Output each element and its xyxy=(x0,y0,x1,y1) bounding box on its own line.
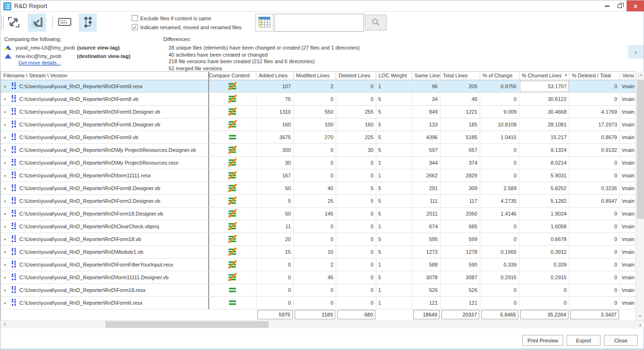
table-row[interactable]: ▸C:\Users\yuval\yuval_RnD_Reporter\RnD\f… xyxy=(1,169,636,182)
table-row[interactable]: ▸C:\Users\yuval\yuval_RnD_Reporter\RnD\F… xyxy=(1,118,636,131)
table-row[interactable]: ▸C:\Users\yuval\yuval_RnD_Reporter\RnD\F… xyxy=(1,93,636,106)
restore-button[interactable] xyxy=(613,0,626,11)
exclude-same-checkbox[interactable] xyxy=(132,15,138,21)
legend-button[interactable] xyxy=(56,14,74,32)
row-expander-icon[interactable]: ▸ xyxy=(4,122,8,127)
cell-filename[interactable]: ▸C:\Users\yuval\yuval_RnD_Reporter\RnD\C… xyxy=(1,220,209,233)
table-row[interactable]: ▸C:\Users\yuval\yuval_RnD_Reporter\RnD\F… xyxy=(1,106,636,118)
search-input[interactable] xyxy=(274,14,364,32)
cell-filename[interactable]: ▸C:\Users\yuval\yuval_RnD_Reporter\RnD\F… xyxy=(1,297,209,309)
get-more-details-link[interactable]: Get more details... xyxy=(18,60,61,66)
cell-compare[interactable] xyxy=(209,144,256,156)
close-dialog-button[interactable]: Close xyxy=(604,335,638,346)
column-chooser-button[interactable] xyxy=(255,14,273,32)
table-row[interactable]: ▸C:\Users\yuval\yuval_RnD_Reporter\RnD\F… xyxy=(1,233,636,246)
vertical-scrollbar-thumb[interactable] xyxy=(637,80,644,219)
close-button[interactable]: x xyxy=(627,0,644,11)
cell-compare[interactable] xyxy=(209,182,256,194)
cell-compare[interactable] xyxy=(209,93,256,105)
column-header-modified[interactable]: Modified Lines xyxy=(294,72,336,80)
cell-filename[interactable]: ▸C:\Users\yuval\yuval_RnD_Reporter\RnD\F… xyxy=(1,80,209,92)
exclude-same-option[interactable]: Exclude files if content is same xyxy=(132,14,242,22)
cell-compare[interactable] xyxy=(209,258,256,271)
column-header-churned[interactable]: % Churned Lines▼ xyxy=(519,72,569,80)
horizontal-scrollbar[interactable]: › › xyxy=(0,320,644,328)
column-header-total[interactable]: Total Lines xyxy=(441,72,480,80)
cell-filename[interactable]: ▸C:\Users\yuval\yuval_RnD_Reporter\RnD\F… xyxy=(1,131,209,143)
cell-filename[interactable]: ▸C:\Users\yuval\yuval_RnD_Reporter\RnD\M… xyxy=(1,144,209,156)
cell-filename[interactable]: ▸C:\Users\yuval\yuval_RnD_Reporter\RnD\F… xyxy=(1,182,209,194)
row-expander-icon[interactable]: ▸ xyxy=(4,300,8,305)
row-expander-icon[interactable]: ▸ xyxy=(4,135,8,140)
column-header-loc[interactable]: LOC Weight xyxy=(376,72,412,80)
cell-filename[interactable]: ▸C:\Users\yuval\yuval_RnD_Reporter\RnD\F… xyxy=(1,233,209,245)
table-row[interactable]: ▸C:\Users\yuval\yuval_RnD_Reporter\RnD\M… xyxy=(1,157,636,169)
table-row[interactable]: ▸C:\Users\yuval\yuval_RnD_Reporter\RnD\F… xyxy=(1,182,636,195)
expand-all-button[interactable] xyxy=(5,14,23,32)
export-button[interactable]: Export xyxy=(567,335,601,346)
horizontal-scrollbar-thumb[interactable] xyxy=(105,321,269,328)
table-row[interactable]: ▸C:\Users\yuval\yuval_RnD_Reporter\RnD\M… xyxy=(1,144,636,157)
row-expander-icon[interactable]: ▸ xyxy=(4,262,8,267)
cell-filename[interactable]: ▸C:\Users\yuval\yuval_RnD_Reporter\RnD\F… xyxy=(1,118,209,131)
cell-compare[interactable] xyxy=(209,233,256,245)
row-expander-icon[interactable]: ▸ xyxy=(4,173,8,178)
scroll-up-icon[interactable]: › xyxy=(636,71,644,79)
row-expander-icon[interactable]: ▸ xyxy=(4,224,8,229)
version-tree-button[interactable] xyxy=(79,14,97,32)
search-button[interactable] xyxy=(365,15,387,31)
indicate-renamed-option[interactable]: ✓ Indicate renamed, moved and renamed fi… xyxy=(132,23,242,31)
cell-compare[interactable] xyxy=(209,246,256,258)
scroll-left-icon[interactable]: › xyxy=(0,321,9,329)
side-panel-expander-button[interactable]: › xyxy=(628,45,644,58)
column-header-same[interactable]: Same Lines xyxy=(412,72,441,80)
cell-filename[interactable]: ▸C:\Users\yuval\yuval_RnD_Reporter\RnD\f… xyxy=(1,271,209,283)
column-header-filename[interactable]: Filename \ Stream \ Version xyxy=(1,72,209,80)
cell-filename[interactable]: ▸C:\Users\yuval\yuval_RnD_Reporter\RnD\F… xyxy=(1,195,209,207)
scroll-right-icon[interactable]: › xyxy=(636,321,644,329)
cell-compare[interactable] xyxy=(209,220,256,233)
cell-compare[interactable] xyxy=(209,106,256,118)
column-header-compare[interactable]: Compare Content xyxy=(209,72,256,80)
cell-compare[interactable] xyxy=(209,271,256,283)
row-expander-icon[interactable]: ▸ xyxy=(4,237,8,242)
row-expander-icon[interactable]: ▸ xyxy=(4,275,8,280)
cell-filename[interactable]: ▸C:\Users\yuval\yuval_RnD_Reporter\RnD\M… xyxy=(1,246,209,258)
row-expander-icon[interactable]: ▸ xyxy=(4,84,8,89)
cell-compare[interactable] xyxy=(209,195,256,207)
table-row[interactable]: ▸C:\Users\yuval\yuval_RnD_Reporter\RnD\F… xyxy=(1,284,636,297)
cell-filename[interactable]: ▸C:\Users\yuval\yuval_RnD_Reporter\RnD\F… xyxy=(1,258,209,271)
table-row[interactable]: ▸C:\Users\yuval\yuval_RnD_Reporter\RnD\f… xyxy=(1,271,636,284)
cell-compare[interactable] xyxy=(209,157,256,169)
indicate-renamed-checkbox[interactable]: ✓ xyxy=(132,24,138,30)
cell-filename[interactable]: ▸C:\Users\yuval\yuval_RnD_Reporter\RnD\F… xyxy=(1,106,209,118)
column-header-added[interactable]: Added Lines xyxy=(256,72,294,80)
table-row[interactable]: ▸C:\Users\yuval\yuval_RnD_Reporter\RnD\F… xyxy=(1,80,636,93)
cell-compare[interactable] xyxy=(209,284,256,296)
table-row[interactable]: ▸C:\Users\yuval\yuval_RnD_Reporter\RnD\F… xyxy=(1,131,636,144)
row-expander-icon[interactable]: ▸ xyxy=(4,199,8,203)
cell-compare[interactable] xyxy=(209,297,256,309)
cell-filename[interactable]: ▸C:\Users\yuval\yuval_RnD_Reporter\RnD\M… xyxy=(1,157,209,169)
cell-compare[interactable] xyxy=(209,118,256,131)
row-expander-icon[interactable]: ▸ xyxy=(4,109,8,114)
column-header-deleted[interactable]: Deleted Lines xyxy=(336,72,376,80)
cell-filename[interactable]: ▸C:\Users\yuval\yuval_RnD_Reporter\RnD\f… xyxy=(1,169,209,182)
row-expander-icon[interactable]: ▸ xyxy=(4,148,8,152)
table-row[interactable]: ▸C:\Users\yuval\yuval_RnD_Reporter\RnD\C… xyxy=(1,220,636,233)
cell-filename[interactable]: ▸C:\Users\yuval\yuval_RnD_Reporter\RnD\F… xyxy=(1,208,209,220)
row-expander-icon[interactable]: ▸ xyxy=(4,288,8,292)
collapse-all-button[interactable] xyxy=(28,14,46,32)
table-row[interactable]: ▸C:\Users\yuval\yuval_RnD_Reporter\RnD\F… xyxy=(1,195,636,208)
cell-compare[interactable] xyxy=(209,80,256,92)
cell-filename[interactable]: ▸C:\Users\yuval\yuval_RnD_Reporter\RnD\F… xyxy=(1,284,209,296)
row-expander-icon[interactable]: ▸ xyxy=(4,250,8,254)
vertical-scrollbar[interactable]: › › xyxy=(636,71,644,320)
sort-desc-icon[interactable]: ▼ xyxy=(564,74,568,77)
column-header-version[interactable]: Versi xyxy=(620,72,636,80)
row-expander-icon[interactable]: ▸ xyxy=(4,97,8,101)
scroll-down-icon[interactable]: › xyxy=(636,312,644,320)
cell-compare[interactable] xyxy=(209,131,256,143)
table-row[interactable]: ▸C:\Users\yuval\yuval_RnD_Reporter\RnD\F… xyxy=(1,258,636,271)
row-expander-icon[interactable]: ▸ xyxy=(4,186,8,191)
